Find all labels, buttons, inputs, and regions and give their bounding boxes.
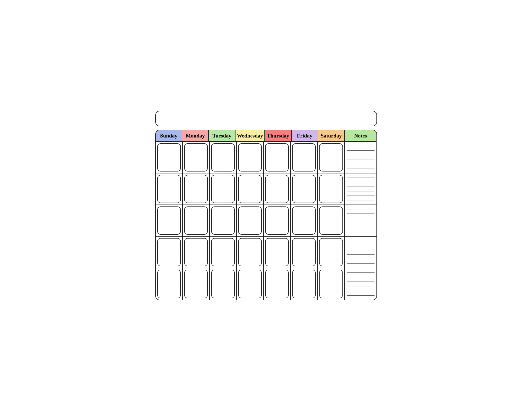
notes-line — [347, 200, 374, 200]
notes-line — [347, 286, 374, 286]
notes-line — [347, 196, 374, 196]
cell-1-fri[interactable] — [291, 142, 318, 173]
notes-col-4[interactable] — [345, 237, 376, 268]
notes-col-1[interactable] — [345, 142, 376, 173]
week-row-3 — [156, 205, 376, 237]
cell-1-tue[interactable] — [210, 142, 237, 173]
header-wednesday: Wednesday — [236, 130, 265, 142]
header-thursday: Thursday — [265, 130, 291, 142]
header-tuesday: Tuesday — [209, 130, 235, 142]
notes-line — [347, 191, 374, 191]
notes-line — [347, 182, 374, 182]
notes-line — [347, 259, 374, 259]
cell-5-mon[interactable] — [183, 268, 210, 300]
notes-line — [347, 263, 374, 263]
calendar-wrapper: Sunday Monday Tuesday Wednesday Thursday… — [150, 105, 383, 306]
notes-line — [347, 254, 374, 255]
cell-5-thu[interactable] — [264, 268, 291, 300]
cell-3-thu[interactable] — [264, 205, 291, 237]
notes-line — [347, 227, 374, 227]
cell-4-fri[interactable] — [291, 237, 318, 268]
cell-3-sun[interactable] — [156, 205, 183, 237]
notes-line — [347, 272, 374, 272]
cell-1-sat[interactable] — [318, 142, 345, 173]
notes-line — [347, 218, 374, 218]
notes-line — [347, 291, 374, 291]
notes-line — [347, 187, 374, 187]
notes-line — [347, 209, 374, 209]
notes-line — [347, 214, 374, 214]
cell-4-wed[interactable] — [237, 237, 264, 268]
cell-3-fri[interactable] — [291, 205, 318, 237]
week-row-1 — [156, 142, 376, 173]
notes-line — [347, 155, 374, 155]
cell-2-sun[interactable] — [156, 173, 183, 205]
calendar-container: Sunday Monday Tuesday Wednesday Thursday… — [155, 130, 377, 300]
cell-3-tue[interactable] — [210, 205, 237, 237]
cell-5-sun[interactable] — [156, 268, 183, 300]
cell-2-tue[interactable] — [210, 173, 237, 205]
cell-2-wed[interactable] — [237, 173, 264, 205]
notes-line — [347, 281, 374, 282]
notes-line — [347, 232, 374, 232]
notes-line — [347, 146, 374, 146]
week-row-4 — [156, 237, 376, 268]
cell-5-sat[interactable] — [318, 268, 345, 300]
cell-4-tue[interactable] — [210, 237, 237, 268]
notes-line — [347, 164, 374, 164]
week-row-5 — [156, 268, 376, 300]
notes-line — [347, 159, 374, 160]
cell-1-wed[interactable] — [237, 142, 264, 173]
cell-4-sat[interactable] — [318, 237, 345, 268]
cell-5-wed[interactable] — [237, 268, 264, 300]
cell-1-mon[interactable] — [183, 142, 210, 173]
header-monday: Monday — [182, 130, 209, 142]
cell-5-fri[interactable] — [291, 268, 318, 300]
notes-line — [347, 245, 374, 245]
cell-3-wed[interactable] — [237, 205, 264, 237]
cell-1-thu[interactable] — [264, 142, 291, 173]
cell-3-sat[interactable] — [318, 205, 345, 237]
notes-line — [347, 241, 374, 241]
notes-line — [347, 168, 374, 169]
cell-1-sun[interactable] — [156, 142, 183, 173]
cell-2-thu[interactable] — [264, 173, 291, 205]
cell-2-mon[interactable] — [183, 173, 210, 205]
header-row: Sunday Monday Tuesday Wednesday Thursday… — [156, 130, 376, 142]
cell-2-sat[interactable] — [318, 173, 345, 205]
cell-4-thu[interactable] — [264, 237, 291, 268]
notes-line — [347, 223, 374, 223]
notes-line — [347, 177, 374, 178]
cell-4-sun[interactable] — [156, 237, 183, 268]
cell-4-mon[interactable] — [183, 237, 210, 268]
calendar-body — [156, 142, 376, 300]
title-box[interactable] — [155, 111, 377, 126]
notes-line — [347, 295, 374, 296]
notes-line — [347, 250, 374, 250]
notes-line — [347, 277, 374, 277]
notes-col-2[interactable] — [345, 173, 376, 205]
notes-line — [347, 150, 374, 151]
cell-5-tue[interactable] — [210, 268, 237, 300]
week-row-2 — [156, 173, 376, 205]
header-notes: Notes — [345, 130, 376, 142]
header-sunday: Sunday — [156, 130, 182, 142]
cell-3-mon[interactable] — [183, 205, 210, 237]
notes-col-3[interactable] — [345, 205, 376, 237]
header-saturday: Saturday — [318, 130, 345, 142]
header-friday: Friday — [292, 130, 318, 142]
cell-2-fri[interactable] — [291, 173, 318, 205]
notes-col-5[interactable] — [345, 268, 376, 300]
